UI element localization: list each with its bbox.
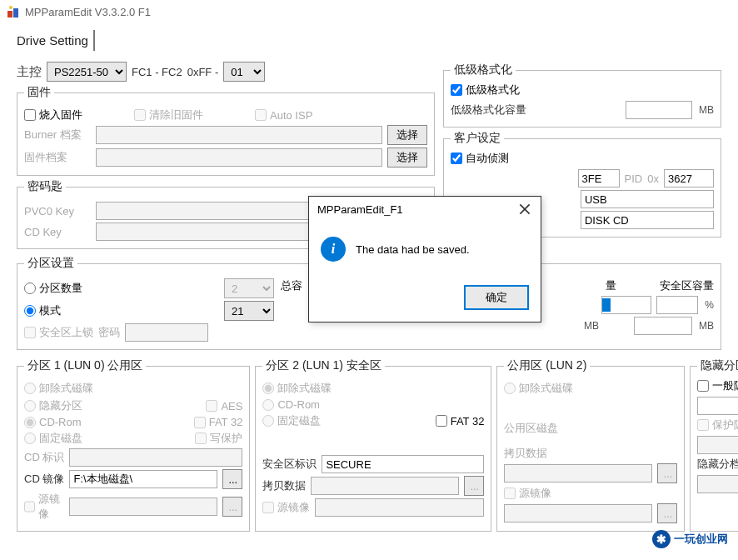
tab-strip: Drive Setting bbox=[0, 23, 738, 51]
usb-input[interactable] bbox=[581, 190, 714, 208]
dialog-message: The data had be saved. bbox=[356, 243, 470, 256]
capacity-slider[interactable] bbox=[601, 296, 651, 314]
pwd-input[interactable] bbox=[125, 323, 208, 342]
lun0-wp-check[interactable]: 写保护 bbox=[195, 431, 242, 446]
lun1-copy-label: 拷贝数据 bbox=[262, 478, 306, 493]
burner-select-button[interactable]: 选择 bbox=[387, 125, 427, 145]
lun1-copy-browse[interactable]: ... bbox=[464, 476, 484, 496]
oxff-select[interactable]: 01 bbox=[223, 62, 265, 82]
safe-label-input[interactable] bbox=[322, 455, 484, 473]
svg-rect-0 bbox=[7, 11, 12, 18]
lun1-copy-input[interactable] bbox=[311, 477, 459, 495]
partition-count-select[interactable]: 2 bbox=[224, 278, 274, 298]
hidden-group: 隐藏分区 一般隐藏区 KB 保护隐藏区 KB 隐藏分档案 ... bbox=[690, 358, 738, 532]
lun0-fixed-radio[interactable]: 固定磁盘 bbox=[24, 431, 82, 446]
lun1-src-check[interactable]: 源镜像 bbox=[262, 500, 310, 515]
lun2-src-check[interactable]: 源镜像 bbox=[504, 486, 551, 501]
lun2-pubdisk-label: 公用区磁盘 bbox=[504, 421, 558, 436]
lun1-fixed-radio[interactable]: 固定磁盘 bbox=[262, 413, 321, 428]
pid-input[interactable] bbox=[664, 169, 714, 188]
lun1-cdrom-radio[interactable]: CD-Rom bbox=[262, 398, 320, 411]
lun1-fat32-check[interactable]: FAT 32 bbox=[436, 415, 485, 428]
firmware-file-input[interactable] bbox=[96, 148, 382, 167]
partition-mode-select[interactable]: 21 bbox=[224, 301, 274, 321]
clear-old-firmware-check[interactable]: 清除旧固件 bbox=[134, 108, 203, 122]
lock-check[interactable]: 安全区上锁 bbox=[24, 325, 93, 340]
lun0-removable-radio[interactable]: 卸除式磁碟 bbox=[24, 381, 93, 396]
burn-firmware-check[interactable]: 烧入固件 bbox=[24, 108, 82, 122]
tab-drive-setting[interactable]: Drive Setting bbox=[12, 30, 95, 51]
lowformat-check[interactable]: 低级格式化 bbox=[451, 82, 520, 98]
oxff-label: 0xFF - bbox=[187, 66, 219, 78]
lun1-group: 分区 2 (LUN 1) 安全区 卸除式磁碟 CD-Rom 固定磁盘 FAT 3… bbox=[255, 358, 491, 532]
hidden-normal-check[interactable]: 一般隐藏区 bbox=[697, 378, 738, 393]
burner-file-label: Burner 档案 bbox=[24, 128, 91, 142]
lun2-removable-radio[interactable]: 卸除式磁碟 bbox=[504, 381, 573, 396]
lun0-hidden-radio[interactable]: 隐藏分区 bbox=[24, 398, 82, 413]
cd-label-label: CD 标识 bbox=[24, 450, 64, 465]
fc-label: FC1 - FC2 bbox=[132, 66, 182, 78]
lun1-src-input[interactable] bbox=[315, 498, 484, 517]
pid-label: PID bbox=[625, 172, 643, 185]
lun2-copy-label: 拷贝数据 bbox=[504, 446, 547, 461]
pvc0-label: PVC0 Key bbox=[24, 205, 91, 218]
save-dialog: MPParamEdit_F1 i The data had be saved. … bbox=[308, 196, 541, 322]
controller-label: 主控 bbox=[17, 64, 42, 80]
lun2-src-browse[interactable]: ... bbox=[657, 503, 677, 523]
lun0-src-input[interactable] bbox=[69, 498, 217, 516]
close-icon[interactable] bbox=[517, 202, 532, 217]
auto-detect-check[interactable]: 自动侦测 bbox=[451, 151, 509, 166]
partition-count-radio[interactable]: 分区数量 bbox=[24, 281, 82, 296]
lowformat-cap-label: 低级格式化容量 bbox=[451, 102, 526, 118]
safe-pct-input[interactable] bbox=[656, 296, 698, 314]
hidden-archive-label: 隐藏分档案 bbox=[697, 457, 738, 472]
cd-image-input[interactable] bbox=[69, 470, 217, 488]
lun2-copy-browse[interactable]: ... bbox=[657, 463, 677, 483]
dialog-ok-button[interactable]: 确定 bbox=[464, 285, 529, 310]
safe-mb-input[interactable] bbox=[634, 317, 692, 335]
hidden-archive-input[interactable] bbox=[697, 475, 738, 493]
lun0-group: 分区 1 (LUN 0) 公用区 卸除式磁碟 隐藏分区 AES CD-Rom F… bbox=[17, 358, 250, 532]
hidden-protect-input[interactable] bbox=[697, 436, 738, 454]
titlebar: MPParamEdit V3.3.2.0 F1 bbox=[0, 0, 738, 23]
controller-chip-select[interactable]: PS2251-50 bbox=[47, 62, 127, 82]
watermark-icon: ✱ bbox=[652, 530, 671, 548]
cd-label-input[interactable] bbox=[69, 448, 242, 467]
cd-image-browse[interactable]: ... bbox=[222, 469, 242, 489]
auto-isp-check[interactable]: Auto ISP bbox=[255, 109, 312, 122]
cdkey-label: CD Key bbox=[24, 226, 91, 238]
watermark: ✱ 一玩创业网 bbox=[652, 530, 728, 548]
lun0-fat32-check[interactable]: FAT 32 bbox=[194, 416, 243, 428]
lun0-aes-check[interactable]: AES bbox=[206, 400, 242, 412]
lowformat-cap-input[interactable] bbox=[626, 101, 692, 119]
svg-point-2 bbox=[9, 6, 12, 9]
svg-rect-1 bbox=[13, 8, 18, 18]
lun1-removable-radio[interactable]: 卸除式磁碟 bbox=[262, 381, 332, 396]
window-title: MPParamEdit V3.3.2.0 F1 bbox=[25, 6, 151, 18]
firmware-file-label: 固件档案 bbox=[24, 150, 91, 165]
hidden-normal-input[interactable] bbox=[697, 397, 738, 415]
lowformat-group: 低级格式化 低级格式化 低级格式化容量 MB bbox=[443, 62, 721, 128]
lun0-cdrom-radio[interactable]: CD-Rom bbox=[24, 416, 82, 428]
partition-mode-radio[interactable]: 模式 bbox=[24, 303, 61, 318]
lun2-src-input[interactable] bbox=[504, 504, 652, 522]
disk-input[interactable] bbox=[581, 211, 714, 229]
pwd-label: 密码 bbox=[98, 325, 120, 340]
firmware-group: 固件 烧入固件 清除旧固件 Auto ISP Burner 档案 选择 固件档案 bbox=[17, 85, 435, 176]
lun0-src-browse[interactable]: ... bbox=[222, 497, 242, 517]
lun2-group: 公用区 (LUN 2) 卸除式磁碟 公用区磁盘 拷贝数据 ... 源镜像 ... bbox=[496, 358, 685, 532]
vid-input[interactable] bbox=[578, 169, 620, 188]
lun2-copy-input[interactable] bbox=[504, 464, 652, 482]
safe-label-label: 安全区标识 bbox=[262, 457, 317, 472]
cd-image-label: CD 镜像 bbox=[24, 472, 64, 487]
dialog-title: MPParamEdit_F1 bbox=[317, 203, 403, 216]
lun0-src-check[interactable]: 源镜像 bbox=[24, 492, 64, 522]
info-icon: i bbox=[321, 237, 346, 262]
firmware-select-button[interactable]: 选择 bbox=[387, 148, 427, 168]
hidden-protect-check[interactable]: 保护隐藏区 bbox=[697, 418, 738, 432]
burner-file-input[interactable] bbox=[96, 126, 382, 144]
app-icon bbox=[7, 5, 20, 18]
